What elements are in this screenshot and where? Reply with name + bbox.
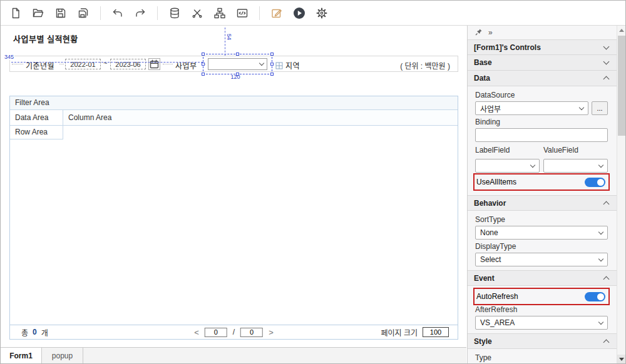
region-grid-icon bbox=[275, 61, 283, 72]
resize-handle[interactable] bbox=[202, 63, 205, 66]
section-base[interactable]: Base bbox=[468, 55, 617, 71]
top-offset-guide-label: 54 bbox=[226, 34, 232, 40]
prev-page-button[interactable]: < bbox=[194, 328, 199, 336]
main-toolbar bbox=[1, 1, 625, 26]
resize-handle[interactable] bbox=[202, 53, 205, 56]
section-data[interactable]: Data bbox=[468, 71, 617, 86]
next-page-button[interactable]: > bbox=[269, 328, 274, 336]
app-window: 사업부별 실적현황 345 54 120 기준년월 ~ 사업부 bbox=[0, 0, 626, 364]
region-label: 지역 bbox=[285, 60, 300, 71]
undo-button[interactable] bbox=[110, 6, 125, 21]
column-area-zone[interactable]: Column Area bbox=[63, 110, 458, 125]
range-separator: ~ bbox=[103, 59, 107, 67]
valuefield-label: ValueField bbox=[543, 146, 608, 154]
scroll-up-button[interactable] bbox=[617, 26, 626, 34]
page-size-input[interactable] bbox=[423, 327, 449, 337]
afterrefresh-select[interactable]: VS_AREA bbox=[475, 316, 608, 330]
chevron-down-icon bbox=[579, 104, 584, 109]
calendar-icon bbox=[150, 59, 159, 69]
code-icon bbox=[236, 7, 249, 19]
scroll-down-button[interactable] bbox=[617, 355, 626, 364]
save-button[interactable] bbox=[53, 6, 68, 21]
total-count-group: 총 0 개 bbox=[21, 327, 48, 338]
row-area-zone[interactable]: Row Area bbox=[10, 126, 63, 139]
triangle-down-icon bbox=[619, 358, 624, 361]
section-event-label: Event bbox=[474, 274, 495, 283]
top-offset-guide-line bbox=[225, 28, 225, 56]
unit-note: ( 단위 : 백만원 ) bbox=[400, 60, 450, 71]
run-icon bbox=[292, 6, 306, 20]
edit-icon bbox=[270, 7, 283, 19]
redo-button[interactable] bbox=[133, 6, 148, 21]
run-button[interactable] bbox=[292, 6, 307, 21]
chevron-up-icon bbox=[603, 201, 610, 207]
sorttype-value: None bbox=[480, 228, 498, 237]
chevron-down-icon bbox=[598, 229, 603, 234]
controls-header[interactable]: [Form1]'s Controls bbox=[468, 39, 617, 55]
resize-handle[interactable] bbox=[270, 73, 274, 76]
resize-handle[interactable] bbox=[270, 63, 274, 66]
data-section-content: DataSource 사업부 ... Binding LabelField Va… bbox=[468, 86, 617, 195]
source-view-button[interactable] bbox=[235, 6, 250, 21]
triangle-up-icon bbox=[619, 29, 624, 32]
autorefresh-toggle[interactable] bbox=[585, 292, 605, 301]
resize-handle[interactable] bbox=[270, 53, 274, 56]
datasource-select[interactable]: 사업부 bbox=[475, 101, 588, 115]
design-canvas: 사업부별 실적현황 345 54 120 기준년월 ~ 사업부 bbox=[1, 26, 466, 347]
dataset-button[interactable] bbox=[167, 6, 182, 21]
section-behavior-label: Behavior bbox=[474, 199, 506, 208]
settings-button[interactable] bbox=[314, 6, 329, 21]
total-pages-input[interactable] bbox=[240, 328, 263, 337]
date-from-input[interactable] bbox=[65, 59, 101, 69]
chevron-down-icon bbox=[598, 319, 603, 324]
labelfield-select[interactable] bbox=[475, 159, 540, 173]
collapse-panel-button[interactable]: » bbox=[488, 28, 493, 37]
sorttype-label: SortType bbox=[475, 216, 608, 224]
datasource-label: DataSource bbox=[475, 91, 608, 99]
layout-tree-button[interactable] bbox=[212, 6, 227, 21]
section-base-label: Base bbox=[474, 58, 492, 67]
section-style[interactable]: Style bbox=[468, 333, 617, 349]
resize-handle[interactable] bbox=[236, 53, 239, 56]
current-page-input[interactable] bbox=[205, 328, 227, 337]
properties-panel: » [Form1]'s Controls Base Data DataSourc… bbox=[467, 26, 617, 364]
tools-icon bbox=[191, 7, 203, 19]
sorttype-select[interactable]: None bbox=[475, 226, 608, 240]
pin-icon[interactable] bbox=[475, 28, 483, 38]
filter-area-zone[interactable]: Filter Area bbox=[10, 96, 458, 110]
save-all-button[interactable] bbox=[76, 6, 91, 21]
date-to-input[interactable] bbox=[110, 59, 146, 69]
new-document-button[interactable] bbox=[8, 6, 23, 21]
report-title: 사업부별 실적현황 bbox=[13, 33, 78, 44]
panel-scrollbar[interactable] bbox=[617, 26, 625, 364]
datasource-more-button[interactable]: ... bbox=[592, 101, 608, 115]
undo-icon bbox=[111, 7, 124, 19]
section-event[interactable]: Event bbox=[468, 270, 617, 286]
tab-popup[interactable]: popup bbox=[42, 348, 83, 364]
database-icon bbox=[168, 7, 181, 19]
page-size-label: 페이지 크기 bbox=[381, 327, 418, 338]
scrollbar-thumb[interactable] bbox=[618, 36, 625, 136]
open-button[interactable] bbox=[31, 6, 46, 21]
save-all-icon bbox=[77, 7, 90, 19]
page-separator: / bbox=[233, 328, 235, 336]
chevron-up-icon bbox=[603, 339, 610, 345]
total-suffix: 개 bbox=[41, 327, 48, 338]
binding-input[interactable] bbox=[475, 128, 608, 142]
toolbar-separator bbox=[157, 6, 158, 20]
behavior-section-content: SortType None DisplayType Select bbox=[468, 211, 617, 270]
useallitems-toggle[interactable] bbox=[585, 178, 605, 187]
section-behavior[interactable]: Behavior bbox=[468, 195, 617, 211]
autorefresh-row: AutoRefresh bbox=[475, 290, 608, 303]
resize-handle[interactable] bbox=[202, 73, 205, 76]
displaytype-select[interactable]: Select bbox=[475, 253, 608, 266]
toolbar-separator bbox=[100, 6, 101, 20]
tab-form1[interactable]: Form1 bbox=[1, 348, 42, 364]
tools-button[interactable] bbox=[190, 6, 205, 21]
calendar-button[interactable] bbox=[148, 58, 160, 70]
chevron-down-icon bbox=[603, 43, 610, 49]
data-area-zone[interactable]: Data Area bbox=[10, 110, 63, 125]
valuefield-select[interactable] bbox=[543, 159, 608, 173]
edit-button[interactable] bbox=[269, 6, 284, 21]
dotted-guide bbox=[59, 64, 64, 64]
